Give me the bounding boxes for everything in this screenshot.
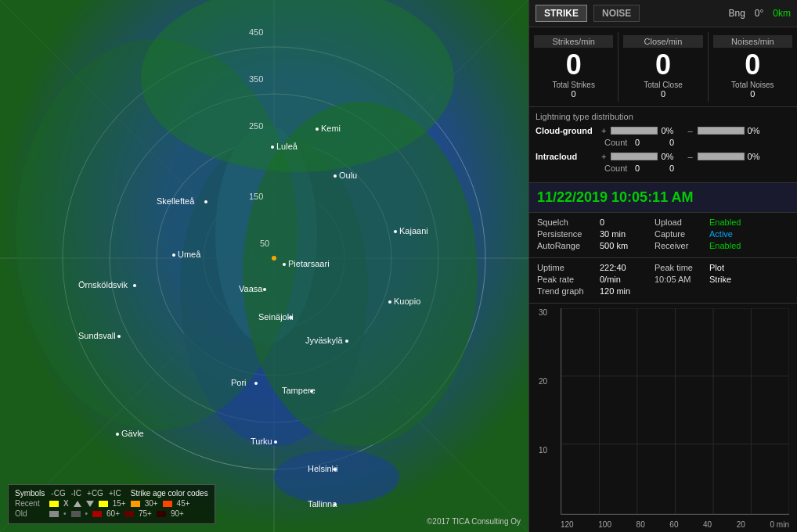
x-label-0: 0 min [770,520,789,529]
ic-plus-bar [611,153,658,160]
city-helsinki: Helsinki [308,464,338,473]
leg-x1: X [63,499,69,508]
city-dot-skelleftea [204,200,207,203]
total-close-label: Total Close [623,81,702,89]
cg-plus-pct: 0% [661,126,684,135]
persistence-label: Persistence [537,229,600,239]
noise-tab[interactable]: NOISE [593,5,640,22]
city-seinajoki: Seinäjoki [258,312,294,322]
peakrate-val: 0/min [600,275,655,284]
city-kajaani: Kajaani [399,226,428,235]
city-dot-gavle [116,433,119,436]
noises-per-min-label: Noises/min [713,35,792,48]
range-350: 350 [249,74,263,84]
city-dot-umea [172,253,175,257]
city-dot-kajaani [394,230,397,233]
city-lulea: Luleå [276,142,298,151]
squelch-val: 0 [600,217,655,227]
dist-section: Lightning type distribution Cloud-ground… [529,107,797,183]
receiver-val: Enabled [709,241,741,250]
copyright: ©2017 TICA Consulting Oy [427,517,521,526]
map-legend: Symbols -CG -IC +CG +IC Strike age color… [8,484,215,524]
leg-box-45 [163,501,172,507]
leg-box-60 [92,511,102,517]
range-50: 50 [260,239,269,248]
ic-minus-pct: 0% [748,152,771,161]
ic-minus-sign: – [687,152,692,161]
upload-label: Upload [655,217,709,227]
squelch-label: Squelch [537,217,600,227]
sym-ic: -IC [71,489,81,498]
city-dot-sundsvall [117,335,121,338]
trend-section: 30 20 10 [529,304,797,532]
x-label-60: 60 [669,520,678,529]
city-skelleftea: Skellefteå [157,196,194,206]
peakrate-label: Peak rate [537,275,600,284]
x-label-100: 100 [598,520,611,529]
close-per-min-label: Close/min [623,35,702,48]
x-label-80: 80 [637,520,645,529]
city-pori: Pori [231,378,247,387]
ic-count-row: Count 0 0 [604,164,791,173]
capture-label: Capture [655,229,709,239]
strike-tab[interactable]: STRIKE [536,5,587,22]
leg-box-75 [124,511,134,517]
trend-val: 120 min [600,286,655,296]
city-dot-pietarsaari [283,263,286,266]
city-jyvaskyla: Jyväskylä [305,336,343,345]
peaktime-label: Peak time [655,263,709,272]
svg-point-17 [272,256,276,261]
peaktime-val: Plot [709,263,764,272]
strike-age-label: Strike age color codes [131,489,208,498]
city-turku: Turku [251,437,272,446]
x-label-40: 40 [703,520,712,529]
config-autorange-row: AutoRange 500 km Receiver Enabled [537,241,789,250]
cg-minus-bar [698,127,745,135]
close-per-min-value: 0 [623,51,702,79]
map-section: 450 350 250 150 50 Kemi Luleå Oulu Skell… [0,0,528,532]
leg-label-90: 90+ [171,509,184,518]
peaktime2-val: Strike [709,275,764,284]
strikes-per-min-label: Strikes/min [534,35,613,48]
city-dot-turku [274,440,277,444]
leg-box-90 [157,511,166,517]
trend-graph-svg [561,308,789,515]
capture-val: Active [709,229,733,239]
stats-row: Strikes/min 0 Total Strikes 0 Close/min … [529,27,797,107]
leg-dot1: • [63,509,67,518]
leg-box-old-y [49,511,59,517]
leg-dot2: • [85,509,88,518]
cg-minus-pct: 0% [748,126,771,135]
bng-degrees: 0° [755,8,763,19]
dist-title: Lightning type distribution [536,112,791,121]
leg-tri-down [86,501,94,507]
city-dot-pori [254,382,258,385]
city-gavle: Gävle [121,429,144,438]
x-label-20: 20 [737,520,745,529]
city-pietarsaari: Pietarsaari [288,259,330,268]
leg-tri-up [74,501,81,507]
city-dot-kuopio [388,300,391,304]
noises-per-min-value: 0 [713,51,792,79]
city-umea: Umeå [178,250,200,259]
peakrate-row: Peak rate 0/min 10:05 AM Strike [537,275,789,284]
upload-val: Enabled [709,217,741,227]
leg-label-15: 15+ [113,499,126,508]
total-noises-label: Total Noises [713,81,792,89]
cloud-ground-row: Cloud-ground + 0% – 0% [536,126,791,135]
city-dot-oulu [334,174,337,178]
ic-count-minus: 0 [669,164,701,173]
cloud-ground-label: Cloud-ground [536,126,598,135]
uptime-val: 222:40 [600,263,655,272]
strikes-per-min-value: 0 [534,51,613,79]
cg-count-row: Count 0 0 [604,138,791,147]
uptime-section: Uptime 222:40 Peak time Plot Peak rate 0… [529,258,797,304]
x-axis: 120 100 80 60 40 20 0 min [561,520,789,529]
recent-label: Recent [15,499,45,508]
bng-distance: 0km [773,8,791,19]
svg-point-13 [274,450,399,505]
trend-row: Trend graph 120 min [537,286,789,296]
y-label-10: 10 [539,446,547,455]
cg-count-minus: 0 [669,138,701,147]
range-250: 250 [249,121,263,131]
